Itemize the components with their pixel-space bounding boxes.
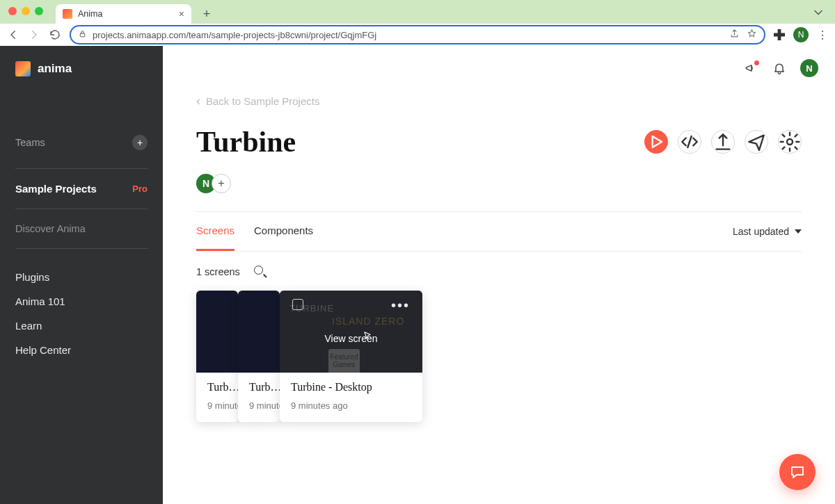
screen-thumbnail	[238, 291, 280, 373]
favicon-icon	[63, 9, 72, 19]
browser-tab[interactable]: Anima ×	[56, 4, 191, 24]
teams-label: Teams	[15, 137, 45, 148]
sidebar-link-learn[interactable]: Learn	[15, 320, 148, 332]
cursor-icon	[363, 330, 372, 342]
tab-title: Anima	[78, 9, 102, 19]
share-icon[interactable]	[729, 29, 740, 41]
sort-dropdown[interactable]: Last updated	[733, 226, 802, 237]
sidebar-link-anima-101[interactable]: Anima 101	[15, 295, 148, 307]
user-avatar[interactable]: N	[800, 59, 818, 77]
browser-chrome: Anima × + projects.animaapp.com/team/sam…	[0, 0, 835, 46]
pro-badge: Pro	[132, 184, 148, 194]
extensions-icon[interactable]	[774, 29, 785, 40]
screen-hover-overlay: ••• View screen	[280, 291, 422, 373]
screen-card[interactable]: Turbine 9 minutes ago	[238, 291, 280, 422]
notifications-icon[interactable]	[772, 61, 786, 75]
settings-button[interactable]	[778, 130, 802, 154]
sidebar-link-plugins[interactable]: Plugins	[15, 271, 148, 283]
tab-components[interactable]: Components	[254, 212, 313, 251]
minimize-window-icon[interactable]	[22, 7, 30, 15]
chat-button[interactable]	[779, 454, 816, 490]
chevron-left-icon: ‹	[196, 95, 200, 107]
select-checkbox[interactable]	[292, 299, 303, 310]
chrome-profile-avatar[interactable]: N	[793, 27, 809, 42]
address-bar[interactable]: projects.animaapp.com/team/sample-projec…	[70, 25, 765, 44]
tabs: Screens Components	[196, 212, 313, 251]
announcements-icon[interactable]	[745, 61, 758, 75]
project-title: Turbine	[196, 125, 296, 158]
project-actions	[644, 130, 802, 154]
team-name: Sample Projects	[15, 183, 97, 195]
app: anima Teams + Sample Projects Pro Discov…	[0, 46, 835, 504]
svg-rect-0	[80, 33, 85, 37]
chevron-down-icon	[795, 229, 802, 234]
share-button[interactable]	[745, 130, 768, 154]
brand[interactable]: anima	[15, 61, 148, 76]
reload-button[interactable]	[49, 29, 61, 41]
screens-count: 1 screens	[196, 266, 240, 277]
screen-time: 9 minutes ago	[249, 400, 280, 411]
screen-time: 9 minutes ago	[207, 400, 238, 411]
screen-name: Turbine - Desktop	[291, 381, 411, 393]
main: N ‹ Back to Sample Projects Turbine N +	[163, 46, 835, 504]
bookmark-icon[interactable]	[747, 29, 757, 41]
upload-button[interactable]	[711, 130, 735, 154]
divider	[15, 168, 148, 169]
back-link[interactable]: ‹ Back to Sample Projects	[196, 95, 802, 107]
search-icon[interactable]	[254, 266, 267, 278]
screen-card[interactable]: Turbine 9 minutes ago	[196, 291, 238, 422]
add-collaborator-button[interactable]: +	[212, 174, 231, 193]
sidebar-link-help-center[interactable]: Help Center	[15, 344, 148, 356]
content: ‹ Back to Sample Projects Turbine N +	[163, 95, 835, 434]
add-team-button[interactable]: +	[132, 135, 148, 150]
screen-time: 9 minutes ago	[291, 400, 411, 411]
url-text: projects.animaapp.com/team/sample-projec…	[93, 30, 724, 40]
sidebar-item-sample-projects[interactable]: Sample Projects Pro	[15, 177, 148, 200]
brand-icon	[15, 61, 31, 76]
back-label: Back to Sample Projects	[206, 95, 319, 107]
collaborators: N +	[196, 174, 802, 193]
chrome-menu-icon[interactable]: ⋮	[817, 29, 828, 42]
forward-button[interactable]	[28, 29, 40, 41]
lock-icon	[78, 29, 87, 40]
divider	[15, 248, 148, 249]
topbar: N	[163, 46, 835, 90]
svg-point-1	[787, 139, 793, 145]
close-tab-icon[interactable]: ×	[179, 8, 184, 19]
new-tab-button[interactable]: +	[200, 8, 213, 20]
close-window-icon[interactable]	[8, 7, 17, 15]
tab-overflow-button[interactable]	[811, 6, 825, 19]
sidebar: anima Teams + Sample Projects Pro Discov…	[0, 46, 163, 504]
maximize-window-icon[interactable]	[35, 7, 43, 15]
tab-screens[interactable]: Screens	[196, 212, 234, 251]
screen-thumbnail	[196, 291, 238, 373]
divider	[15, 209, 148, 209]
notification-dot-icon	[754, 60, 759, 65]
discover-anima-label: Discover Anima	[15, 218, 148, 240]
play-button[interactable]	[644, 130, 668, 154]
screen-name: Turbine	[249, 381, 280, 393]
back-button[interactable]	[7, 29, 19, 41]
sort-label: Last updated	[733, 226, 789, 237]
screen-card-stack: Turbine 9 minutes ago Turbine 9 minutes …	[196, 291, 426, 434]
window-controls	[8, 7, 43, 15]
screen-name: Turbine	[207, 381, 238, 393]
more-icon[interactable]: •••	[391, 298, 410, 314]
browser-toolbar: projects.animaapp.com/team/sample-projec…	[0, 24, 835, 46]
code-button[interactable]	[678, 130, 701, 154]
screen-card[interactable]: TURBINE ISLAND ZERO Featured Games ••• V…	[280, 291, 422, 422]
screen-thumbnail: TURBINE ISLAND ZERO Featured Games ••• V…	[280, 291, 422, 373]
brand-name: anima	[38, 62, 72, 76]
